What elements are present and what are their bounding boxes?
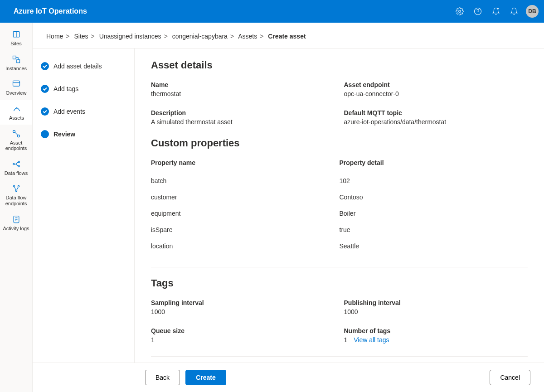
breadcrumb: Home> Sites> Unassigned instances> conge… — [33, 23, 544, 48]
nav-label: Data flows — [5, 170, 28, 176]
section-divider — [151, 267, 528, 267]
prop-row: equipment Boiler — [151, 205, 528, 222]
breadcrumb-home[interactable]: Home — [46, 33, 63, 40]
custom-props-heading: Custom properties — [151, 137, 528, 149]
endpoint-label: Asset endpoint — [344, 81, 528, 88]
help-icon[interactable] — [469, 2, 487, 20]
svg-point-17 — [13, 186, 15, 187]
svg-point-3 — [497, 8, 499, 10]
prop-detail: Seattle — [340, 242, 528, 250]
nav-assets[interactable]: Assets — [0, 100, 32, 125]
check-icon — [41, 107, 49, 116]
nav-label: Sites — [10, 41, 21, 47]
queue-label: Queue size — [151, 327, 335, 334]
review-pane[interactable]: Asset details Name thermostat Asset endp… — [135, 48, 544, 363]
step-review[interactable]: Review — [41, 130, 126, 138]
left-nav: Sites Instances Overview Assets Asset en… — [0, 23, 33, 392]
breadcrumb-sites[interactable]: Sites — [74, 33, 88, 40]
step-label: Add asset details — [53, 63, 102, 70]
sampling-value: 1000 — [151, 308, 335, 315]
prop-name: location — [151, 242, 340, 250]
prop-name: equipment — [151, 210, 340, 217]
tagcount-value: 1 — [344, 336, 348, 344]
col-property-name: Property name — [151, 159, 340, 166]
svg-point-15 — [18, 161, 19, 162]
nav-label: Activity logs — [3, 226, 29, 232]
svg-point-18 — [18, 186, 19, 187]
breadcrumb-current: Create asset — [268, 33, 306, 40]
svg-point-0 — [459, 10, 461, 13]
sampling-label: Sampling interval — [151, 299, 335, 306]
app-title: Azure IoT Operations — [14, 7, 87, 15]
step-add-tags[interactable]: Add tags — [41, 85, 126, 93]
whats-new-icon[interactable] — [487, 2, 505, 20]
svg-rect-9 — [13, 81, 19, 87]
nav-label: Assets — [9, 115, 24, 121]
tagcount-label: Number of tags — [344, 327, 528, 334]
prop-name: customer — [151, 194, 340, 201]
view-all-tags-link[interactable]: View all tags — [354, 336, 389, 344]
breadcrumb-assets[interactable]: Assets — [238, 33, 257, 40]
notifications-icon[interactable] — [505, 2, 523, 20]
prop-row: customer Contoso — [151, 189, 528, 205]
prop-name: isSpare — [151, 226, 340, 233]
nav-overview[interactable]: Overview — [0, 75, 32, 100]
nav-data-flow-endpoints[interactable]: Data flow endpoints — [0, 179, 32, 210]
name-label: Name — [151, 81, 335, 88]
publishing-value: 1000 — [344, 308, 528, 315]
create-button[interactable]: Create — [185, 370, 226, 385]
nav-data-flows[interactable]: Data flows — [0, 155, 32, 180]
description-label: Description — [151, 109, 335, 116]
nav-label: Data flow endpoints — [1, 195, 31, 206]
settings-icon[interactable] — [451, 2, 469, 20]
current-step-icon — [41, 130, 49, 138]
wizard-steps: Add asset details Add tags Add events Re… — [33, 48, 135, 363]
nav-sites[interactable]: Sites — [0, 25, 32, 50]
breadcrumb-instance[interactable]: congenial-capybara — [172, 33, 228, 40]
nav-asset-endpoints[interactable]: Asset endpoints — [0, 125, 32, 155]
nav-label: Overview — [6, 90, 27, 96]
back-button[interactable]: Back — [145, 370, 180, 385]
nav-label: Instances — [5, 66, 27, 72]
svg-point-19 — [15, 190, 17, 192]
nav-label: Asset endpoints — [1, 140, 31, 151]
svg-point-16 — [18, 165, 19, 167]
wizard-footer: Back Create Cancel — [33, 363, 544, 392]
check-icon — [41, 85, 49, 93]
asset-details-heading: Asset details — [151, 59, 528, 71]
tags-heading: Tags — [151, 277, 528, 289]
col-property-detail: Property detail — [340, 159, 528, 166]
queue-value: 1 — [151, 336, 335, 344]
prop-row: batch 102 — [151, 173, 528, 189]
description-value: A simulated thermostat asset — [151, 118, 335, 126]
svg-point-14 — [13, 163, 14, 165]
step-label: Add events — [53, 108, 85, 115]
svg-rect-5 — [13, 56, 16, 59]
step-add-events[interactable]: Add events — [41, 107, 126, 116]
prop-row: location Seattle — [151, 238, 528, 254]
section-divider — [151, 356, 528, 357]
step-label: Add tags — [53, 85, 78, 92]
step-asset-details[interactable]: Add asset details — [41, 62, 126, 70]
prop-detail: true — [340, 226, 528, 233]
prop-detail: Contoso — [340, 194, 528, 201]
endpoint-value: opc-ua-connector-0 — [344, 90, 528, 97]
prop-name: batch — [151, 177, 340, 184]
svg-point-1 — [475, 8, 481, 15]
prop-detail: 102 — [340, 177, 528, 184]
svg-rect-6 — [16, 59, 19, 63]
prop-row: isSpare true — [151, 222, 528, 238]
mqtt-label: Default MQTT topic — [344, 109, 528, 116]
cancel-button[interactable]: Cancel — [490, 370, 530, 385]
prop-detail: Boiler — [340, 210, 528, 217]
nav-instances[interactable]: Instances — [0, 50, 32, 75]
check-icon — [41, 62, 49, 70]
name-value: thermostat — [151, 90, 335, 97]
mqtt-value: azure-iot-operations/data/thermostat — [344, 118, 528, 126]
breadcrumb-unassigned[interactable]: Unassigned instances — [99, 33, 161, 40]
publishing-label: Publishing interval — [344, 299, 528, 306]
nav-activity-logs[interactable]: Activity logs — [0, 210, 32, 235]
step-label: Review — [53, 131, 75, 138]
avatar[interactable]: DB — [526, 5, 539, 18]
top-bar: Azure IoT Operations DB — [0, 0, 544, 23]
